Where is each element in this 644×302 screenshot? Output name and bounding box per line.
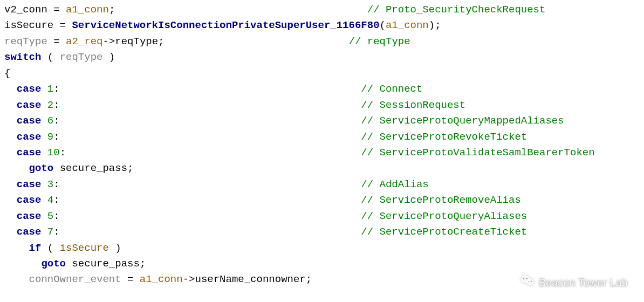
code-line-3: reqType = a2_req->reqType; // reqType [4, 34, 640, 50]
code-line-5: { [4, 66, 640, 81]
comment: // Connect [361, 83, 422, 95]
code-line-9: case 9: // ServiceProtoRevokeTicket [4, 129, 640, 145]
code-line-7: case 2: // SessionRequest [4, 98, 640, 113]
code-line-11: goto secure_pass; [4, 161, 640, 176]
kw-case: case [4, 226, 41, 238]
comment: // AddAlias [361, 179, 428, 190]
code-block: v2_conn = a1_conn; // Proto_SecurityChec… [4, 2, 640, 288]
var-v2conn: v2_conn [4, 4, 47, 16]
var-a1conn: a1_conn [66, 4, 109, 16]
comment: // ServiceProtoCreateTicket [361, 226, 527, 238]
comment: // ServiceProtoQueryMappedAliases [361, 115, 564, 127]
case-num: 2 [47, 99, 53, 111]
case-num: 1 [47, 83, 53, 95]
comment: // Proto_SecurityCheckRequest [367, 4, 546, 16]
kw-case: case [4, 99, 41, 111]
comment: // ServiceProtoRemoveAlias [361, 194, 520, 206]
kw-case: case [4, 83, 41, 95]
code-line-6: case 1: // Connect [4, 81, 640, 97]
code-line-4: switch ( reqType ) [4, 50, 640, 65]
var-reqtype: reqType [4, 36, 47, 47]
kw-case: case [4, 194, 41, 206]
comment: // ServiceProtoValidateSamlBearerToken [361, 147, 594, 159]
kw-if: if [4, 242, 41, 254]
var-connowner: connOwner_event [29, 273, 121, 285]
code-line-17: goto secure_pass; [4, 256, 640, 272]
comment: // ServiceProtoQueryAliases [361, 210, 527, 222]
code-line-14: case 5: // ServiceProtoQueryAliases [4, 209, 640, 224]
label-securepass: secure_pass [72, 258, 139, 270]
kw-case: case [4, 131, 41, 143]
case-num: 7 [47, 226, 53, 238]
arg-a1conn: a1_conn [386, 19, 429, 31]
case-num: 6 [47, 115, 53, 127]
fn-call: ServiceNetworkIsConnectionPrivateSuperUs… [72, 19, 379, 31]
cond-issecure: isSecure [60, 242, 109, 254]
code-line-10: case 10: // ServiceProtoValidateSamlBear… [4, 145, 640, 161]
label-securepass: secure_pass [60, 162, 127, 174]
code-line-1: v2_conn = a1_conn; // Proto_SecurityChec… [4, 2, 640, 18]
switch-expr: reqType [60, 51, 103, 63]
case-num: 5 [47, 210, 53, 222]
code-line-2: isSecure = ServiceNetworkIsConnectionPri… [4, 18, 640, 33]
kw-goto: goto [4, 162, 53, 174]
code-line-15: case 7: // ServiceProtoCreateTicket [4, 224, 640, 240]
comment: // SessionRequest [361, 99, 465, 111]
field-username: userName_connowner [195, 273, 306, 285]
kw-case: case [4, 115, 41, 127]
case-num: 4 [47, 194, 53, 206]
case-num: 10 [47, 147, 60, 159]
var-a2req: a2_req [66, 36, 102, 47]
comment: // ServiceProtoRevokeTicket [361, 131, 527, 143]
code-line-16: if ( isSecure ) [4, 241, 640, 256]
case-num: 9 [47, 131, 53, 143]
kw-goto: goto [4, 258, 66, 270]
code-line-12: case 3: // AddAlias [4, 177, 640, 193]
code-line-8: case 6: // ServiceProtoQueryMappedAliase… [4, 113, 640, 129]
code-line-18: connOwner_event = a1_conn->userName_conn… [4, 272, 640, 287]
kw-case: case [4, 179, 41, 190]
case-num: 3 [47, 179, 53, 190]
comment: // reqType [349, 36, 410, 47]
kw-switch: switch [4, 51, 41, 63]
code-line-13: case 4: // ServiceProtoRemoveAlias [4, 193, 640, 208]
var-a1conn: a1_conn [140, 273, 183, 285]
var-issecure: isSecure [4, 19, 53, 31]
field-reqtype: reqType [115, 36, 158, 47]
kw-case: case [4, 147, 41, 159]
kw-case: case [4, 210, 41, 222]
